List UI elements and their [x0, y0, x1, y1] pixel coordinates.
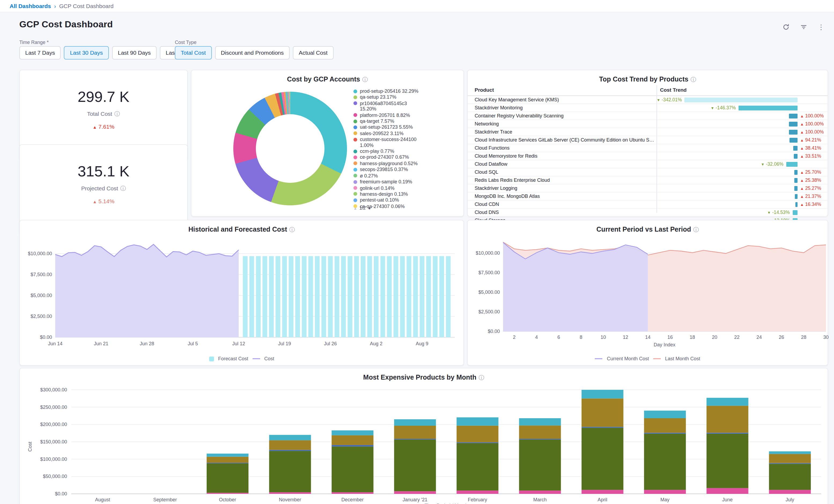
legend-label[interactable]: Cost	[264, 356, 275, 361]
period-compare-chart[interactable]: $0.00$2,500.00$5,000.00$7,500.00$10,000.…	[469, 235, 829, 349]
svg-text:March: March	[533, 497, 547, 502]
trend-row[interactable]: Redis Labs Redis Enterprise Cloud ▲ 25.3…	[468, 176, 828, 184]
cost-type-button-discount-and-promotions[interactable]: Discount and Promotions	[215, 46, 290, 60]
info-icon[interactable]: ⓘ	[479, 374, 484, 381]
refresh-icon[interactable]	[782, 23, 790, 31]
info-icon[interactable]: ⓘ	[690, 76, 696, 83]
cost-type-filter: Total CostDiscount and PromotionsActual …	[175, 46, 333, 60]
time-range-button-last-90-days[interactable]: Last 90 Days	[112, 46, 157, 60]
legend-label[interactable]: Current Month Cost	[607, 356, 649, 361]
trend-bar-cell: ▲ 38.41%	[656, 144, 828, 152]
trend-value: ▲ 94.21%	[800, 137, 821, 143]
donut-legend-item[interactable]: ø 0.27%	[353, 173, 455, 178]
filter-icon[interactable]	[799, 23, 808, 31]
donut-legend-item[interactable]: harness-design 0.13%	[353, 192, 455, 197]
total-cost-value: 299.7 K	[78, 88, 129, 106]
trend-product: Cloud Infrastructure Services GitLab Ser…	[468, 137, 656, 143]
donut-legend-item[interactable]: ccm-play 0.77%	[353, 149, 455, 154]
pager-up-icon[interactable]: ▲	[353, 206, 357, 210]
trend-product: MongoDB Inc. MongoDB Atlas	[468, 194, 656, 199]
trend-row[interactable]: Cloud Dataflow ▼ -32.06%	[468, 160, 828, 168]
card-title: Top Cost Trend by Productsⓘ	[468, 75, 828, 84]
donut-legend-item[interactable]: secops-239815 0.37%	[353, 167, 455, 173]
trend-bar	[795, 194, 797, 199]
svg-text:Jun 14: Jun 14	[48, 341, 63, 346]
info-icon[interactable]: ⓘ	[362, 76, 368, 83]
trend-row[interactable]: Cloud Infrastructure Services GitLab Ser…	[468, 136, 828, 144]
donut-legend-item[interactable]: sales-209522 3.11%	[353, 131, 455, 136]
svg-text:22: 22	[734, 334, 740, 340]
legend-label[interactable]: Forecast Cost	[218, 356, 248, 361]
trend-row[interactable]: Cloud SQL ▲ 25.70%	[468, 168, 828, 176]
donut-legend-item[interactable]: qa-setup 23.17%	[353, 95, 455, 100]
svg-text:$2,500.00: $2,500.00	[30, 314, 52, 319]
trend-value: ▲ 16.34%	[800, 202, 821, 207]
trend-bar	[786, 162, 797, 167]
pager-down-icon[interactable]: ▼	[368, 206, 372, 210]
cost-type-button-total-cost[interactable]: Total Cost	[175, 46, 212, 60]
svg-text:16: 16	[667, 334, 673, 340]
time-range-button-last-30-days[interactable]: Last 30 Days	[64, 46, 109, 60]
donut-legend-item[interactable]: prod-setup-205416 32.29%	[353, 88, 455, 94]
donut-legend-item[interactable]: freemium-sample 0.19%	[353, 179, 455, 185]
svg-text:Jul 19: Jul 19	[278, 341, 291, 346]
trend-row[interactable]: Cloud Functions ▲ 38.41%	[468, 144, 828, 152]
trend-table: Product Cost Trend Cloud Key Management …	[468, 85, 828, 215]
table-header: Product Cost Trend	[468, 85, 828, 96]
card-title: Historical and Forecasted Costⓘ	[20, 226, 463, 234]
more-options-icon[interactable]: ⋮	[817, 23, 826, 31]
table-body: Cloud Key Management Service (KMS) ▼ -34…	[468, 96, 828, 225]
trend-row[interactable]: Cloud CDN ▲ 16.34%	[468, 200, 828, 209]
time-range-label: Time Range *	[19, 40, 48, 45]
donut-hole	[256, 114, 325, 183]
legend-dot	[353, 119, 357, 123]
trend-bar-cell: ▲ 25.70%	[656, 168, 828, 176]
svg-text:June: June	[722, 497, 733, 502]
donut-legend-item[interactable]: uat-setup-261723 5.55%	[353, 125, 455, 130]
trend-value: ▲ 25.70%	[800, 170, 821, 175]
donut-chart[interactable]	[233, 92, 347, 205]
info-icon[interactable]: ⓘ	[289, 226, 295, 233]
legend-dot	[353, 162, 357, 166]
donut-legend-item[interactable]: pr10406a87045145c3 15.20%	[353, 101, 455, 112]
trend-row[interactable]: Networking ▲ 100.00%	[468, 120, 828, 128]
svg-text:Jul 26: Jul 26	[324, 341, 337, 346]
donut-legend-item[interactable]: platform-205701 8.82%	[353, 112, 455, 118]
info-icon[interactable]: ⓘ	[114, 110, 120, 117]
trend-bar-cell: ▼ -342.01%	[656, 96, 828, 104]
legend-pager: ▲ 1/2 ▼	[353, 205, 371, 211]
trend-row[interactable]: Cloud Key Management Service (KMS) ▼ -34…	[468, 96, 828, 104]
time-range-button-last-7-days[interactable]: Last 7 Days	[19, 46, 61, 60]
info-icon[interactable]: ⓘ	[120, 185, 126, 192]
donut-legend-item[interactable]: golink-url 0.14%	[353, 185, 455, 191]
legend-label: golink-url 0.14%	[360, 185, 394, 191]
trend-row[interactable]: Stackdriver Logging ▲ 25.27%	[468, 184, 828, 193]
svg-text:September: September	[153, 497, 177, 502]
legend-dot	[353, 132, 357, 135]
donut-legend-item[interactable]: harness-playground 0.52%	[353, 161, 455, 167]
trend-bar	[789, 137, 797, 143]
card-title: Cost by GCP Accountsⓘ	[192, 75, 463, 84]
trend-bar-cell: ▼ -146.37%	[656, 104, 828, 111]
donut-legend-item[interactable]: customer-success-244100 1.00%	[353, 137, 455, 148]
donut-legend-item[interactable]: ce-prod-274307 0.67%	[353, 155, 455, 160]
svg-text:Day Index: Day Index	[654, 342, 675, 347]
historical-forecast-chart[interactable]: $0.00$2,500.00$5,000.00$7,500.00$10,000.…	[23, 235, 460, 349]
donut-legend-item[interactable]: qa-target 7.57%	[353, 118, 455, 124]
trend-row[interactable]: Stackdriver Monitoring ▼ -146.37%	[468, 104, 828, 112]
trend-row[interactable]: Container Registry Vulnerability Scannin…	[468, 112, 828, 120]
legend-dot	[353, 186, 357, 190]
donut-legend-item[interactable]: pentest-uat 0.10%	[353, 198, 455, 203]
svg-text:December: December	[342, 497, 364, 502]
trend-row[interactable]: MongoDB Inc. MongoDB Atlas ▲ 21.37%	[468, 193, 828, 200]
info-icon[interactable]: ⓘ	[693, 226, 699, 233]
trend-row[interactable]: Stackdriver Trace ▲ 100.00%	[468, 128, 828, 136]
cost-type-button-actual-cost[interactable]: Actual Cost	[293, 46, 333, 60]
legend-label[interactable]: Last Month Cost	[665, 356, 700, 361]
expensive-products-chart[interactable]: $0.00$50,000.00$100,000.00$150,000.00$20…	[23, 382, 825, 504]
trend-value: ▲ 25.27%	[800, 185, 821, 191]
trend-row[interactable]: Cloud Memorystore for Redis ▲ 33.51%	[468, 152, 828, 160]
trend-row[interactable]: Cloud DNS ▼ -14.53%	[468, 209, 828, 217]
breadcrumb-all-dashboards-link[interactable]: All Dashboards	[10, 3, 51, 9]
trend-value: ▼ -32.06%	[761, 161, 783, 167]
